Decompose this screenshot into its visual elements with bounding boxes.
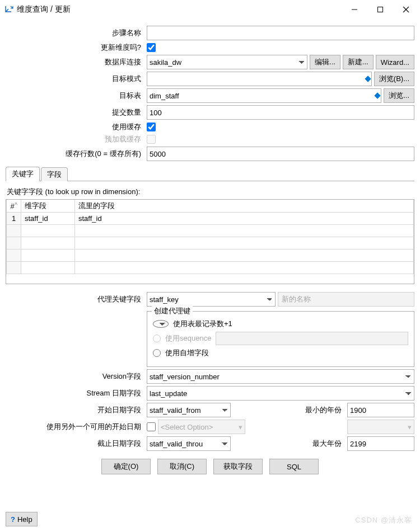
end-date-select[interactable]: staff_valid_throu	[147, 436, 231, 451]
new-name-input: 新的名称	[278, 292, 414, 307]
edit-connection-button[interactable]: 编辑...	[310, 55, 340, 69]
use-cache-checkbox[interactable]	[147, 123, 156, 131]
alt-start-checkbox[interactable]	[147, 422, 156, 431]
db-connection-select[interactable]: sakila_dw	[147, 55, 307, 69]
alt-start-label: 使用另外一个可用的开始日期	[6, 422, 143, 432]
help-icon: ?	[11, 515, 15, 524]
maximize-button[interactable]	[367, 1, 393, 18]
tab-fields[interactable]: 字段	[41, 167, 68, 181]
cancel-button[interactable]: 取消(C)	[157, 459, 207, 474]
table-row	[7, 237, 414, 249]
target-schema-label: 目标模式	[6, 74, 143, 84]
radio-use-max-label: 使用表最记录数+1	[173, 319, 232, 329]
alt-start-select: <Select Option>▾	[158, 420, 245, 434]
target-table-label: 目标表	[6, 91, 143, 101]
app-icon	[4, 5, 13, 14]
browse-table-button[interactable]: 浏览...	[384, 88, 414, 103]
group-title: 创建代理键	[152, 306, 193, 316]
close-button[interactable]	[393, 1, 419, 18]
svg-rect-1	[378, 7, 383, 12]
commit-size-input[interactable]	[147, 105, 414, 120]
preload-cache-checkbox	[147, 135, 156, 144]
col-stream-field[interactable]: 流里的字段	[75, 200, 414, 213]
max-year-input[interactable]	[347, 436, 414, 451]
key-fields-heading: 关键字字段 (to look up row in dimension):	[7, 187, 413, 197]
browse-schema-button[interactable]: 浏览(B)...	[374, 72, 414, 86]
update-dimension-label: 更新维度吗?	[6, 43, 143, 53]
radio-use-sequence	[153, 335, 161, 342]
commit-size-label: 提交数量	[6, 107, 143, 117]
stream-date-label: Stream 日期字段	[6, 388, 143, 398]
db-connection-label: 数据库连接	[6, 57, 143, 67]
cache-rows-label: 缓存行数(0 = 缓存所有)	[6, 149, 143, 159]
create-surrogate-group: 创建代理键 使用表最记录数+1 使用sequence 使用自增字段	[147, 311, 414, 367]
help-button[interactable]: ?Help	[6, 512, 38, 526]
table-row: 1 staff_id staff_id	[7, 213, 414, 225]
start-date-select[interactable]: staff_valid_from	[147, 403, 231, 417]
radio-use-sequence-label: 使用sequence	[165, 333, 211, 343]
table-row	[7, 262, 414, 274]
preload-cache-label: 预加载缓存	[6, 134, 143, 144]
use-cache-label: 使用缓存	[6, 122, 143, 132]
table-row	[7, 249, 414, 262]
update-dimension-checkbox[interactable]	[147, 43, 156, 52]
col-dim-field[interactable]: 维字段	[21, 200, 75, 213]
min-year-label: 最小的年份	[262, 405, 344, 415]
alt-start-year-select: ▾	[347, 420, 414, 434]
stream-date-select[interactable]: last_update	[147, 386, 414, 401]
target-table-input[interactable]	[147, 88, 381, 103]
ok-button[interactable]: 确定(O)	[101, 459, 151, 474]
sql-button[interactable]: SQL	[269, 459, 319, 474]
radio-use-max[interactable]	[153, 320, 169, 328]
col-num[interactable]: ^#	[7, 200, 21, 213]
end-date-label: 截止日期字段	[6, 439, 143, 449]
table-row	[7, 225, 414, 237]
key-fields-table-wrap: ^# 维字段 流里的字段 1 staff_id staff_id	[6, 199, 414, 284]
surrogate-key-select[interactable]: staff_key	[147, 292, 276, 307]
step-name-input[interactable]	[147, 26, 414, 40]
get-fields-button[interactable]: 获取字段	[213, 459, 263, 474]
minimize-button[interactable]	[342, 1, 367, 18]
window-title: 维度查询 / 更新	[17, 4, 342, 15]
watermark: CSDN @清永客	[355, 515, 412, 525]
max-year-label: 最大年份	[262, 439, 344, 449]
wizard-button[interactable]: Wizard...	[376, 55, 414, 69]
key-fields-table: ^# 维字段 流里的字段 1 staff_id staff_id	[6, 200, 414, 274]
new-connection-button[interactable]: 新建...	[343, 55, 374, 69]
sequence-name-input	[216, 332, 408, 345]
tab-key[interactable]: 关键字	[6, 167, 40, 181]
radio-use-autoinc-label: 使用自增字段	[165, 348, 209, 358]
surrogate-key-label: 代理关键字段	[6, 294, 143, 304]
target-schema-input[interactable]	[147, 72, 372, 86]
version-field-label: Version字段	[6, 371, 143, 382]
min-year-input[interactable]	[347, 403, 414, 417]
radio-use-autoinc[interactable]	[153, 349, 161, 357]
cache-rows-input[interactable]	[147, 147, 414, 161]
version-field-select[interactable]: staff_version_number	[147, 369, 414, 384]
start-date-label: 开始日期字段	[6, 405, 143, 415]
step-name-label: 步骤名称	[6, 28, 143, 38]
